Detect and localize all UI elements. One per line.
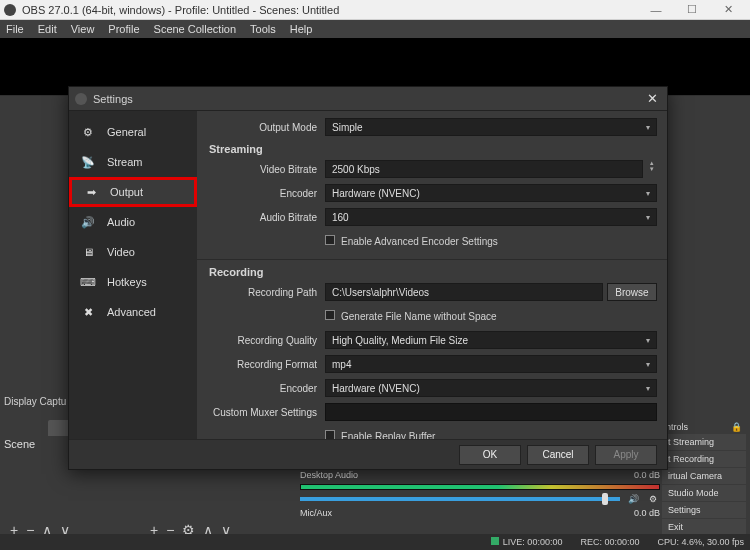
mixer-track-name: Desktop Audio <box>300 470 380 480</box>
menu-edit[interactable]: Edit <box>38 23 57 35</box>
recording-quality-label: Recording Quality <box>207 335 325 346</box>
muxer-input[interactable] <box>325 403 657 421</box>
sidebar-item-output[interactable]: ➡ Output <box>69 177 197 207</box>
mixer-track-level: 0.0 dB <box>634 470 660 480</box>
gear-icon[interactable]: ⚙ <box>646 494 660 504</box>
live-indicator-icon <box>491 537 499 545</box>
sidebar-item-label: Output <box>110 186 143 198</box>
keyboard-icon: ⌨ <box>79 273 97 291</box>
audio-mixer: Desktop Audio 0.0 dB 🔊 ⚙ Mic/Aux 0.0 dB <box>300 470 660 515</box>
menu-scene-collection[interactable]: Scene Collection <box>154 23 237 35</box>
controls-panel: ntrols🔒 t Streaming t Recording irtual C… <box>662 420 746 536</box>
chevron-down-icon: ▾ <box>646 336 650 345</box>
stream-encoder-select[interactable]: Hardware (NVENC)▾ <box>325 184 657 202</box>
audio-meter <box>300 484 660 490</box>
menu-view[interactable]: View <box>71 23 95 35</box>
chevron-down-icon: ▾ <box>646 189 650 198</box>
recording-encoder-select[interactable]: Hardware (NVENC)▾ <box>325 379 657 397</box>
settings-footer: OK Cancel Apply <box>69 439 667 469</box>
sidebar-item-label: Video <box>107 246 135 258</box>
sidebar-item-label: Audio <box>107 216 135 228</box>
close-button[interactable]: ✕ <box>710 0 746 19</box>
sidebar-item-general[interactable]: ⚙ General <box>69 117 197 147</box>
tools-icon: ✖ <box>79 303 97 321</box>
chevron-down-icon: ▾ <box>646 123 650 132</box>
audio-bitrate-label: Audio Bitrate <box>207 212 325 223</box>
sidebar-item-stream[interactable]: 📡 Stream <box>69 147 197 177</box>
studio-mode-button[interactable]: Studio Mode <box>662 485 746 501</box>
recording-section-title: Recording <box>209 266 657 278</box>
gear-icon: ⚙ <box>79 123 97 141</box>
recording-format-select[interactable]: mp4▾ <box>325 355 657 373</box>
muxer-label: Custom Muxer Settings <box>207 407 325 418</box>
enable-advanced-label: Enable Advanced Encoder Settings <box>341 236 498 247</box>
gen-filename-checkbox[interactable] <box>325 310 335 320</box>
recording-quality-select[interactable]: High Quality, Medium File Size▾ <box>325 331 657 349</box>
window-title: OBS 27.0.1 (64-bit, windows) - Profile: … <box>22 4 638 16</box>
menu-file[interactable]: File <box>6 23 24 35</box>
recording-path-label: Recording Path <box>207 287 325 298</box>
speaker-icon[interactable]: 🔊 <box>626 494 640 504</box>
controls-header: ntrols <box>666 422 688 432</box>
status-cpu: CPU: 4.6%, 30.00 fps <box>657 537 744 547</box>
lock-icon[interactable]: 🔒 <box>731 422 742 432</box>
sidebar-item-audio[interactable]: 🔊 Audio <box>69 207 197 237</box>
start-streaming-button[interactable]: t Streaming <box>662 434 746 450</box>
video-bitrate-input[interactable]: 2500 Kbps <box>325 160 643 178</box>
recording-encoder-label: Encoder <box>207 383 325 394</box>
main-titlebar: OBS 27.0.1 (64-bit, windows) - Profile: … <box>0 0 750 20</box>
maximize-button[interactable]: ☐ <box>674 0 710 19</box>
chevron-down-icon: ▾ <box>646 384 650 393</box>
volume-slider[interactable] <box>300 497 620 501</box>
exit-button[interactable]: Exit <box>662 519 746 535</box>
spinner-icon[interactable]: ▲▼ <box>643 160 657 178</box>
video-bitrate-label: Video Bitrate <box>207 164 325 175</box>
menu-tools[interactable]: Tools <box>250 23 276 35</box>
sidebar-item-video[interactable]: 🖥 Video <box>69 237 197 267</box>
sidebar-item-label: Advanced <box>107 306 156 318</box>
apply-button[interactable]: Apply <box>595 445 657 465</box>
menu-profile[interactable]: Profile <box>108 23 139 35</box>
minimize-button[interactable]: — <box>638 0 674 19</box>
streaming-section-title: Streaming <box>209 143 657 155</box>
replay-buffer-label: Enable Replay Buffer <box>341 431 435 439</box>
scene-item[interactable]: Scene <box>4 438 35 450</box>
cancel-button[interactable]: Cancel <box>527 445 589 465</box>
antenna-icon: 📡 <box>79 153 97 171</box>
replay-buffer-checkbox[interactable] <box>325 430 335 439</box>
status-bar: LIVE: 00:00:00 REC: 00:00:00 CPU: 4.6%, … <box>0 534 750 550</box>
chevron-down-icon: ▾ <box>646 213 650 222</box>
settings-title: Settings <box>93 93 643 105</box>
settings-sidebar: ⚙ General 📡 Stream ➡ Output 🔊 Audio 🖥 Vi… <box>69 111 197 439</box>
sources-list-item[interactable]: Display Captu <box>4 396 66 407</box>
ok-button[interactable]: OK <box>459 445 521 465</box>
start-recording-button[interactable]: t Recording <box>662 451 746 467</box>
recording-path-input[interactable]: C:\Users\alphr\Videos <box>325 283 603 301</box>
sidebar-item-label: Stream <box>107 156 142 168</box>
virtual-camera-button[interactable]: irtual Camera <box>662 468 746 484</box>
settings-button[interactable]: Settings <box>662 502 746 518</box>
enable-advanced-checkbox[interactable] <box>325 235 335 245</box>
settings-titlebar: Settings ✕ <box>69 87 667 111</box>
mixer-track-name: Mic/Aux <box>300 508 380 518</box>
status-live: LIVE: 00:00:00 <box>503 537 563 547</box>
sidebar-item-label: Hotkeys <box>107 276 147 288</box>
output-icon: ➡ <box>82 183 100 201</box>
status-rec: REC: 00:00:00 <box>580 537 639 547</box>
settings-logo-icon <box>75 93 87 105</box>
settings-close-button[interactable]: ✕ <box>643 91 661 106</box>
speaker-icon: 🔊 <box>79 213 97 231</box>
chevron-down-icon: ▾ <box>646 360 650 369</box>
output-mode-select[interactable]: Simple▾ <box>325 118 657 136</box>
settings-content: Output Mode Simple▾ Streaming Video Bitr… <box>197 111 667 439</box>
sidebar-item-advanced[interactable]: ✖ Advanced <box>69 297 197 327</box>
app-logo-icon <box>4 4 16 16</box>
menubar: File Edit View Profile Scene Collection … <box>0 20 750 38</box>
sidebar-item-label: General <box>107 126 146 138</box>
mixer-track-level: 0.0 dB <box>634 508 660 518</box>
browse-button[interactable]: Browse <box>607 283 657 301</box>
audio-bitrate-select[interactable]: 160▾ <box>325 208 657 226</box>
sidebar-item-hotkeys[interactable]: ⌨ Hotkeys <box>69 267 197 297</box>
menu-help[interactable]: Help <box>290 23 313 35</box>
settings-dialog: Settings ✕ ⚙ General 📡 Stream ➡ Output 🔊… <box>68 86 668 470</box>
